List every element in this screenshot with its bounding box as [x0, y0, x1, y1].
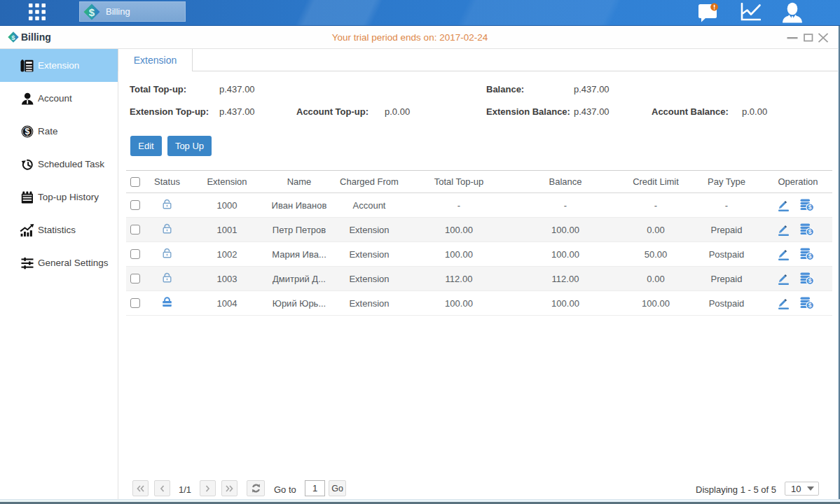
- extension-balance-label: Extension Balance:: [486, 106, 570, 117]
- chevron-down-icon: [807, 486, 814, 491]
- table-row: 1002 Мария Ива... Extension 100.00 100.0…: [126, 242, 832, 267]
- last-page-button[interactable]: [221, 480, 237, 496]
- column-header-status: Status: [144, 176, 191, 187]
- cell-extension: 1001: [191, 225, 263, 235]
- tab-extension-label: Extension: [134, 55, 177, 66]
- cell-name: Петр Петров: [263, 225, 335, 235]
- account-balance-value: p.0.00: [742, 106, 767, 117]
- row-checkbox[interactable]: [130, 249, 140, 259]
- tab-extension[interactable]: Extension: [118, 49, 193, 71]
- sidebar-item-general-settings[interactable]: General Settings: [0, 246, 118, 279]
- row-checkbox[interactable]: [130, 274, 140, 284]
- cell-extension: 1004: [191, 298, 263, 309]
- sidebar-item-label: Extension: [38, 60, 79, 71]
- balance-value: p.437.00: [574, 84, 610, 94]
- maximize-button[interactable]: [804, 34, 813, 42]
- sidebar-item-rate[interactable]: $ Rate: [0, 115, 118, 148]
- cell-pay-type: Prepaid: [695, 274, 758, 284]
- statistics-bars-icon: [20, 223, 34, 237]
- extension-topup-value: p.437.00: [219, 106, 255, 117]
- first-page-button[interactable]: [132, 480, 149, 496]
- minimize-button[interactable]: [787, 36, 798, 40]
- status-unlocked-icon: [161, 272, 173, 286]
- account-person-icon: [20, 92, 34, 105]
- table-row: 1001 Петр Петров Extension 100.00 100.00…: [126, 218, 832, 242]
- row-checkbox[interactable]: [130, 200, 140, 210]
- account-topup-label: Account Top-up:: [296, 106, 369, 117]
- sidebar-nav: Extension Account $ Rate: [0, 49, 118, 499]
- column-header-total-topup: Total Top-up: [404, 176, 514, 187]
- top-up-row-icon[interactable]: $: [800, 297, 814, 309]
- trial-notice: Your trial period ends on: 2017-02-24: [332, 32, 488, 43]
- cell-extension: 1000: [191, 200, 263, 211]
- svg-text:$: $: [808, 228, 811, 235]
- cell-charged-from: Extension: [335, 274, 404, 284]
- topup-history-notepad-icon: [20, 190, 34, 204]
- sidebar-item-statistics[interactable]: Statistics: [0, 214, 118, 246]
- refresh-button[interactable]: [247, 480, 265, 496]
- top-up-row-icon[interactable]: $: [800, 223, 814, 236]
- total-topup-label: Total Top-up:: [130, 84, 186, 94]
- app-grid-menu-icon[interactable]: [29, 4, 46, 20]
- cell-balance: 100.00: [514, 225, 617, 235]
- account-balance-label: Account Balance:: [652, 106, 729, 117]
- previous-page-button[interactable]: [154, 480, 170, 496]
- sidebar-item-extension[interactable]: Extension: [0, 49, 118, 82]
- sidebar-item-topup-history[interactable]: Top-up History: [0, 181, 118, 214]
- sidebar-item-scheduled-task[interactable]: Scheduled Task: [0, 148, 118, 181]
- page-size-select[interactable]: 10: [785, 482, 819, 496]
- table-row: 1003 Дмитрий Д... Extension 112.00 112.0…: [126, 267, 832, 291]
- sidebar-item-label: Scheduled Task: [38, 159, 104, 169]
- go-button[interactable]: Go: [329, 480, 346, 496]
- cell-credit-limit: 0.00: [617, 225, 695, 235]
- row-checkbox[interactable]: [130, 225, 140, 234]
- edit-button[interactable]: Edit: [130, 136, 162, 156]
- status-unlocked-icon: [161, 223, 173, 237]
- goto-page-input[interactable]: [305, 480, 325, 496]
- top-up-row-icon[interactable]: $: [800, 248, 814, 260]
- table-body: 1000 Иван Иванов Account - - - -: [126, 193, 832, 316]
- table-row: 1004 Юрий Юрь... Extension 100.00 100.00…: [126, 291, 832, 316]
- select-all-checkbox[interactable]: [130, 177, 140, 187]
- cell-extension: 1003: [191, 274, 263, 284]
- cell-name: Юрий Юрь...: [263, 298, 335, 309]
- cell-pay-type: Prepaid: [695, 225, 758, 235]
- cell-pay-type: -: [695, 200, 758, 211]
- cell-total-topup: 100.00: [404, 249, 514, 260]
- svg-text:$: $: [25, 127, 29, 136]
- sidebar-item-label: Account: [38, 93, 72, 104]
- balance-label: Balance:: [486, 84, 524, 94]
- rate-coin-icon: $: [20, 125, 34, 138]
- top-up-row-icon[interactable]: $: [800, 199, 814, 211]
- taskbar-tab-billing[interactable]: $ Billing: [79, 1, 186, 22]
- status-unlocked-icon: [161, 198, 173, 212]
- notifications-chat-icon[interactable]: [698, 3, 719, 27]
- top-taskbar: $ Billing: [0, 0, 840, 26]
- close-button[interactable]: [818, 33, 829, 43]
- status-locked-icon: [161, 296, 173, 310]
- statistics-chart-icon[interactable]: [741, 3, 761, 24]
- cell-balance: 100.00: [514, 249, 617, 260]
- edit-row-icon[interactable]: [777, 199, 791, 212]
- extension-phone-icon: [20, 59, 34, 72]
- edit-row-icon[interactable]: [777, 248, 791, 261]
- cell-total-topup: 100.00: [404, 225, 514, 235]
- top-up-row-icon[interactable]: $: [800, 272, 814, 285]
- cell-balance: 100.00: [514, 298, 617, 309]
- table-row: 1000 Иван Иванов Account - - - -: [126, 193, 832, 218]
- page-size-value: 10: [791, 484, 801, 494]
- window-titlebar: $ Billing Your trial period ends on: 201…: [0, 26, 840, 49]
- edit-row-icon[interactable]: [777, 297, 791, 310]
- svg-text:$: $: [808, 277, 811, 284]
- cell-credit-limit: -: [617, 200, 695, 211]
- edit-row-icon[interactable]: [777, 223, 791, 237]
- next-page-button[interactable]: [200, 480, 216, 496]
- extension-table: Status Extension Name Charged From Total…: [126, 170, 832, 316]
- row-checkbox[interactable]: [130, 298, 140, 308]
- user-account-icon[interactable]: [780, 1, 804, 26]
- top-up-button[interactable]: Top Up: [167, 136, 212, 156]
- edit-row-icon[interactable]: [777, 272, 791, 286]
- sidebar-item-account[interactable]: Account: [0, 82, 118, 115]
- cell-charged-from: Account: [335, 200, 404, 211]
- general-settings-sliders-icon: [20, 256, 34, 270]
